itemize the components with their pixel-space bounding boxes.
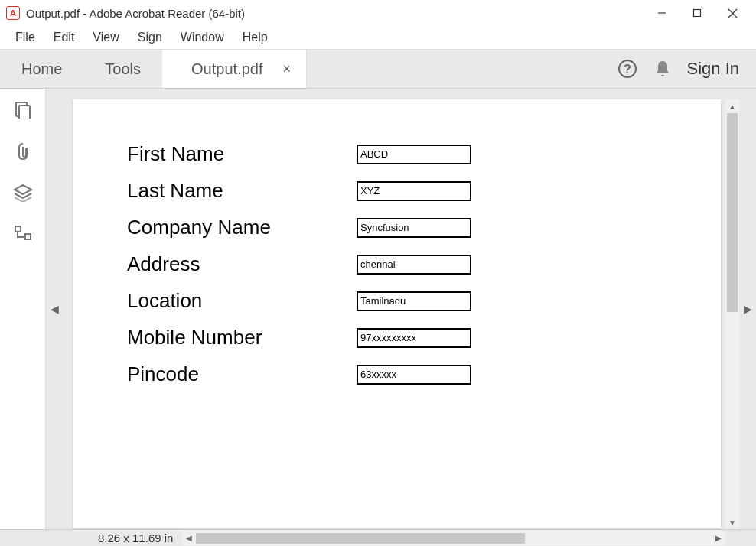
vertical-scroll-thumb[interactable] <box>727 113 738 312</box>
label-pincode: Pincode <box>127 362 357 386</box>
left-pane-toggle[interactable]: ◀ <box>46 89 63 529</box>
scroll-up-icon[interactable]: ▲ <box>725 99 739 113</box>
label-location: Location <box>127 289 357 313</box>
toolbar: Home Tools Output.pdf × ? Sign In <box>0 49 756 89</box>
vertical-scrollbar[interactable]: ▲ ▼ <box>725 99 739 529</box>
signin-button[interactable]: Sign In <box>687 59 740 79</box>
bell-icon[interactable] <box>652 58 673 80</box>
label-last-name: Last Name <box>127 179 357 203</box>
form-row-location: Location Tamilnadu <box>127 289 721 313</box>
menubar: File Edit View Sign Window Help <box>0 26 756 49</box>
main: ◀ First Name ABCD Last Name XYZ Company … <box>0 89 756 529</box>
label-first-name: First Name <box>127 142 357 166</box>
right-pane-toggle[interactable]: ▶ <box>739 89 756 529</box>
scroll-down-icon[interactable]: ▼ <box>725 515 739 529</box>
titlebar: A Output.pdf - Adobe Acrobat Reader (64-… <box>0 0 756 26</box>
form-row-address: Address chennai <box>127 252 721 276</box>
window-title: Output.pdf - Adobe Acrobat Reader (64-bi… <box>26 7 644 20</box>
menu-help[interactable]: Help <box>233 28 277 47</box>
field-address[interactable]: chennai <box>357 255 471 275</box>
horizontal-scrollbar[interactable]: ◀ ▶ <box>182 531 725 545</box>
sidebar <box>0 89 46 529</box>
form-row-pincode: Pincode 63xxxxx <box>127 362 721 386</box>
tab-document-label: Output.pdf <box>191 60 262 78</box>
statusbar: 8.26 x 11.69 in ◀ ▶ <box>0 529 756 546</box>
form-row-first-name: First Name ABCD <box>127 142 721 166</box>
minimize-button[interactable] <box>644 2 679 24</box>
menu-sign[interactable]: Sign <box>129 28 171 47</box>
menu-view[interactable]: View <box>83 28 128 47</box>
attachments-icon[interactable] <box>12 141 34 162</box>
label-company: Company Name <box>127 216 357 239</box>
page-dimensions: 8.26 x 11.69 in <box>98 531 173 544</box>
document-viewport: First Name ABCD Last Name XYZ Company Na… <box>63 89 739 529</box>
structure-icon[interactable] <box>12 223 34 245</box>
svg-rect-1 <box>694 10 701 17</box>
layers-icon[interactable] <box>12 182 34 203</box>
tab-tools[interactable]: Tools <box>83 50 162 88</box>
tab-document[interactable]: Output.pdf × <box>162 50 307 88</box>
field-pincode[interactable]: 63xxxxx <box>357 365 471 385</box>
app-icon: A <box>6 6 20 20</box>
form-row-mobile: Mobile Number 97xxxxxxxxx <box>127 326 721 349</box>
form-row-company: Company Name Syncfusion <box>127 216 721 239</box>
maximize-button[interactable] <box>679 2 715 24</box>
field-first-name[interactable]: ABCD <box>357 145 471 164</box>
field-mobile[interactable]: 97xxxxxxxxx <box>357 328 471 348</box>
svg-rect-7 <box>19 106 30 119</box>
svg-rect-8 <box>15 226 21 232</box>
page: First Name ABCD Last Name XYZ Company Na… <box>73 99 721 528</box>
close-button[interactable] <box>715 2 750 24</box>
field-location[interactable]: Tamilnadu <box>357 291 471 311</box>
label-mobile: Mobile Number <box>127 326 357 349</box>
menu-edit[interactable]: Edit <box>44 28 84 47</box>
horizontal-scroll-thumb[interactable] <box>196 533 525 544</box>
field-company[interactable]: Syncfusion <box>357 218 471 238</box>
menu-file[interactable]: File <box>6 28 44 47</box>
field-last-name[interactable]: XYZ <box>357 181 471 201</box>
menu-window[interactable]: Window <box>171 28 233 47</box>
tab-home[interactable]: Home <box>0 50 83 88</box>
scroll-left-icon[interactable]: ◀ <box>182 531 196 545</box>
label-address: Address <box>127 252 357 276</box>
scroll-right-icon[interactable]: ▶ <box>712 531 725 545</box>
help-icon[interactable]: ? <box>617 58 638 80</box>
svg-text:?: ? <box>624 63 631 76</box>
close-tab-icon[interactable]: × <box>282 61 291 77</box>
form-row-last-name: Last Name XYZ <box>127 179 721 203</box>
svg-rect-9 <box>25 234 31 239</box>
thumbnails-icon[interactable] <box>12 99 34 121</box>
